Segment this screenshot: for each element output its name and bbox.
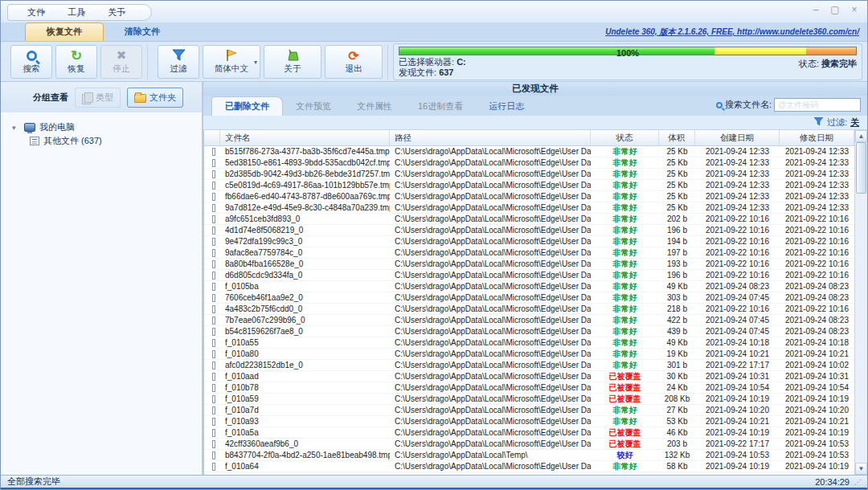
filter-toggle[interactable]: 关 [850, 116, 859, 129]
table-row[interactable]: f_0105ba C:\Users\drago\AppData\Local\Mi… [204, 281, 854, 292]
row-checkbox[interactable] [212, 249, 215, 257]
table-row[interactable]: 7606ceb46f1aa9e2_0 C:\Users\drago\AppDat… [204, 292, 854, 304]
row-checkbox[interactable] [212, 215, 215, 223]
table-row[interactable]: f_010a93 C:\Users\drago\AppData\Local\Mi… [204, 416, 854, 427]
table-row[interactable]: 9a7d812e-e49d-45e9-8c30-c4848a70a239.tmp… [204, 202, 854, 214]
scroll-down-icon[interactable]: ▼ [855, 463, 867, 475]
maximize-button[interactable]: ▢ [829, 5, 841, 14]
col-filename[interactable]: 文件名 [220, 130, 390, 145]
chevron-down-icon[interactable]: ▾ [82, 9, 85, 16]
row-checkbox[interactable] [212, 429, 215, 437]
table-row[interactable]: f_010b78 C:\Users\drago\AppData\Local\Mi… [204, 382, 854, 394]
row-checkbox[interactable] [212, 227, 215, 235]
table-row[interactable]: 9e472dfa199c99c3_0 C:\Users\drago\AppDat… [204, 236, 854, 247]
row-checkbox[interactable] [212, 406, 215, 414]
row-checkbox[interactable] [212, 238, 215, 246]
col-path[interactable]: 路径 [390, 130, 591, 145]
row-checkbox[interactable] [212, 361, 215, 370]
tab-run-log[interactable]: 运行日志 [476, 97, 537, 116]
row-checkbox[interactable] [212, 159, 215, 167]
vertical-scrollbar[interactable]: ▲ ▼ [854, 130, 867, 475]
table-row[interactable]: 8a80b4fba166528e_0 C:\Users\drago\AppDat… [204, 259, 854, 270]
table-row[interactable]: b2d385db-9042-49d3-bb26-8ebde31d7257.tmp… [204, 169, 854, 180]
tab-file-preview[interactable]: 文件预览 [283, 97, 344, 116]
table-row[interactable]: f_010a7d C:\Users\drago\AppData\Local\Mi… [204, 405, 854, 416]
filter-button[interactable]: 过滤 [158, 45, 199, 79]
row-checkbox[interactable] [212, 148, 215, 156]
scroll-up-icon[interactable]: ▲ [855, 130, 867, 142]
tab-file-properties[interactable]: 文件属性 [344, 97, 405, 116]
language-button[interactable]: 简体中文 ▾ [203, 45, 260, 79]
row-checkbox[interactable] [212, 283, 215, 291]
table-row[interactable]: f_010aad C:\Users\drago\AppData\Local\Mi… [204, 371, 854, 382]
chevron-down-icon[interactable]: ▾ [122, 9, 125, 16]
row-checkbox[interactable] [212, 328, 215, 336]
exit-button[interactable]: ⟳ 退出 [325, 45, 383, 79]
tab-hex-view[interactable]: 16进制查看 [405, 97, 476, 116]
row-checkbox[interactable] [212, 182, 215, 190]
resize-grip[interactable]: ⋰ [854, 478, 862, 486]
row-checkbox[interactable] [212, 463, 215, 471]
about-button[interactable]: 关于 [264, 45, 321, 79]
col-created[interactable]: 创建日期 [695, 130, 780, 145]
row-checkbox[interactable] [212, 272, 215, 280]
group-by-folder-button[interactable]: 文件夹 [127, 88, 183, 108]
table-row[interactable]: 5ed38150-e861-4893-9bdd-535acdb042cf.tmp… [204, 157, 854, 169]
row-checkbox[interactable] [212, 384, 215, 392]
row-checkbox[interactable] [212, 451, 215, 459]
table-row[interactable]: a9fc651ceb3fd893_0 C:\Users\drago\AppDat… [204, 214, 854, 225]
col-size[interactable]: 体积 [659, 130, 695, 145]
table-row[interactable]: 42cff3360aeaf9b6_0 C:\Users\drago\AppDat… [204, 439, 854, 450]
search-button[interactable]: 搜索 [10, 45, 52, 79]
scrollbar-thumb[interactable] [856, 142, 866, 194]
recover-button[interactable]: ↻ 恢复 [55, 45, 97, 79]
menu-file[interactable]: 文件 [16, 5, 56, 20]
table-row[interactable]: b515f786-273a-4377-ba3b-35f6cd7e445a.tmp… [204, 146, 854, 157]
scrollbar-track[interactable] [855, 142, 867, 463]
table-row[interactable]: f_010a5a C:\Users\drago\AppData\Local\Mi… [204, 427, 854, 439]
close-button[interactable]: × [848, 5, 861, 14]
chevron-down-icon[interactable]: ▾ [254, 59, 257, 66]
search-filename-input[interactable] [774, 98, 861, 112]
version-link[interactable]: Undelete 360, 版本 2.1.6.26, FREE, http://… [605, 27, 859, 38]
minimize-button[interactable]: – [809, 5, 822, 14]
row-checkbox[interactable] [212, 316, 215, 325]
row-checkbox[interactable] [212, 305, 215, 313]
row-checkbox[interactable] [212, 418, 215, 426]
row-checkbox[interactable] [212, 170, 215, 178]
tree-item-other-files[interactable]: 其他文件 (637) [30, 134, 202, 148]
table-row[interactable]: b54c8159626f7ae8_0 C:\Users\drago\AppDat… [204, 326, 854, 337]
menu-about[interactable]: 关于 [96, 5, 137, 20]
tab-wipe-files[interactable]: 清除文件 [104, 23, 181, 41]
row-checkbox[interactable] [212, 339, 215, 347]
row-checkbox[interactable] [212, 350, 215, 358]
table-row[interactable]: f_010a64 C:\Users\drago\AppData\Local\Mi… [204, 461, 854, 472]
table-row[interactable]: d6d805cdc9d334fa_0 C:\Users\drago\AppDat… [204, 270, 854, 281]
table-row[interactable]: 4a483c2b75f6cdd0_0 C:\Users\drago\AppDat… [204, 304, 854, 315]
table-row[interactable]: f_010a59 C:\Users\drago\AppData\Local\Mi… [204, 394, 854, 405]
row-checkbox[interactable] [212, 204, 215, 212]
row-checkbox[interactable] [212, 373, 215, 381]
table-row[interactable]: f_010a55 C:\Users\drago\AppData\Local\Mi… [204, 337, 854, 349]
filter-funnel-icon[interactable] [814, 117, 824, 128]
table-row[interactable]: 4d1d74e8f5068219_0 C:\Users\drago\AppDat… [204, 225, 854, 236]
table-row[interactable]: b8437704-2f0a-4bd2-a250-1ae81beab498.tmp… [204, 450, 854, 461]
row-checkbox[interactable] [212, 395, 215, 403]
table-row[interactable]: afc0d2238152db1e_0 C:\Users\drago\AppDat… [204, 360, 854, 371]
col-status[interactable]: 状态 [591, 130, 659, 145]
chevron-down-icon[interactable]: ▾ [42, 9, 45, 16]
table-row[interactable]: 9afac8ea7759784c_0 C:\Users\drago\AppDat… [204, 247, 854, 259]
table-row[interactable]: 7b7eae067c299b96_0 C:\Users\drago\AppDat… [204, 315, 854, 326]
table-row[interactable]: c5e0819d-4c69-4917-86aa-101b129bb57e.tmp… [204, 180, 854, 191]
tree-item-my-computer[interactable]: ▾ 我的电脑 [12, 120, 202, 134]
row-checkbox[interactable] [212, 294, 215, 302]
tree-expand-icon[interactable]: ▾ [12, 124, 20, 132]
col-modified[interactable]: 修改日期 [780, 130, 854, 145]
table-row[interactable]: f_010a80 C:\Users\drago\AppData\Local\Mi… [204, 349, 854, 360]
tab-deleted-files[interactable]: 已删除文件 [211, 96, 283, 116]
row-checkbox[interactable] [212, 440, 215, 448]
row-checkbox[interactable] [212, 260, 215, 268]
menu-tools[interactable]: 工具 [56, 5, 96, 20]
row-checkbox[interactable] [212, 193, 215, 201]
tab-recover-files[interactable]: 恢复文件 [25, 22, 104, 41]
